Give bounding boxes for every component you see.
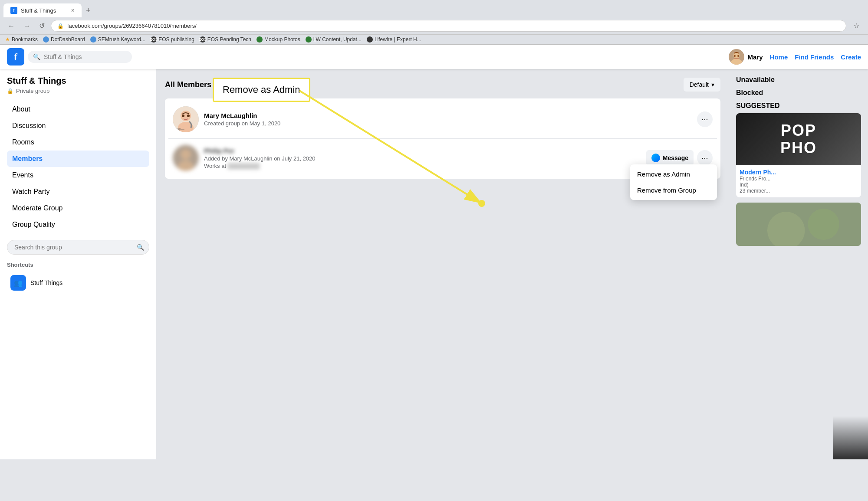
search-bar[interactable]: 🔍: [28, 51, 132, 63]
sidebar-item-rooms[interactable]: Rooms: [7, 134, 149, 151]
active-tab[interactable]: f Stuff & Things ×: [3, 3, 82, 17]
suggested-group[interactable]: POP PHO Modern Ph... Friends Fro...Ind)2…: [736, 113, 861, 197]
bookmarks-label[interactable]: ★ Bookmarks: [5, 36, 38, 43]
more-options-button-philip[interactable]: ···: [697, 150, 713, 166]
create-link[interactable]: Create: [841, 53, 861, 61]
tab-title: Stuff & Things: [21, 7, 56, 14]
svg-point-9: [182, 115, 184, 117]
facebook-logo: f: [7, 48, 24, 65]
bookmark-eos-pending[interactable]: EOS EOS Pending Tech: [200, 36, 251, 43]
forward-button[interactable]: →: [21, 20, 33, 32]
avatar: [729, 49, 744, 65]
member-name-philip: Philip Por: [204, 147, 234, 154]
suggested-section: SUGGESTED POP PHO Modern Ph... Friends F…: [736, 102, 861, 246]
svg-text:Yup—: Yup—: [175, 127, 184, 131]
shortcuts-title: Shortcuts: [7, 262, 149, 268]
messenger-icon: [651, 154, 660, 162]
dropdown-menu: Remove as Admin Remove from Group: [630, 164, 717, 200]
tab-favicon: f: [10, 7, 17, 14]
bookmark-mockup-photos[interactable]: Mockup Photos: [256, 36, 300, 43]
member-actions-philip: Message ···: [646, 150, 713, 166]
unavailable-title: Unavailable: [736, 76, 861, 84]
member-info-mary: Mary McLaughlin Created group on May 1, …: [204, 112, 692, 127]
search-icon: 🔍: [137, 244, 144, 251]
suggested-group-meta: Friends Fro...Ind)23 member...: [740, 176, 858, 194]
user-profile[interactable]: Mary: [729, 49, 763, 65]
blocked-section: Blocked: [736, 89, 861, 97]
search-input[interactable]: [44, 53, 127, 60]
main-layout: Stuff & Things 🔒 Private group About Dis…: [0, 69, 868, 459]
shortcuts-section: Shortcuts 👥 Stuff Things: [7, 262, 149, 294]
bookmark-bar: ★ Bookmarks DotDashBoard SEMrush Keyword…: [0, 34, 868, 44]
shortcut-stuff-things[interactable]: 👥 Stuff Things: [7, 272, 149, 294]
shortcut-label: Stuff Things: [30, 279, 62, 286]
lock-icon: 🔒: [57, 23, 64, 29]
right-sidebar: Unavailable Blocked SUGGESTED POP PHO Mo…: [729, 69, 868, 459]
address-bar: ← → ↺ 🔒 facebook.com/groups/269236640781…: [0, 17, 868, 34]
tab-close-button[interactable]: ×: [71, 7, 75, 14]
url-bar[interactable]: 🔒 facebook.com/groups/269236640781010/me…: [51, 20, 846, 32]
refresh-button[interactable]: ↺: [36, 20, 47, 32]
svg-point-4: [737, 55, 739, 57]
blocked-title: Blocked: [736, 89, 861, 97]
member-info-philip: Philip Por Added by Mary McLaughlin on J…: [204, 147, 641, 169]
facebook-header: f 🔍 Mary Home Find Friends Create: [0, 45, 868, 69]
sidebar-item-group-quality[interactable]: Group Quality: [7, 216, 149, 233]
new-tab-button[interactable]: +: [82, 4, 94, 17]
sidebar-search[interactable]: 🔍: [7, 240, 149, 255]
member-actions-mary: ···: [697, 111, 713, 127]
sidebar-item-members[interactable]: Members: [7, 151, 149, 167]
member-row: Yup— Mary McLaughlin Created group on Ma…: [168, 102, 717, 137]
search-icon: 🔍: [33, 53, 40, 60]
left-sidebar: Stuff & Things 🔒 Private group About Dis…: [0, 69, 156, 459]
message-button[interactable]: Message: [646, 150, 694, 166]
suggested-group-name: Modern Ph...: [740, 169, 858, 176]
svg-point-3: [734, 55, 736, 57]
group-type: 🔒 Private group: [7, 88, 149, 94]
svg-rect-5: [734, 58, 739, 59]
members-list: Yup— Mary McLaughlin Created group on Ma…: [165, 98, 720, 179]
member-divider: [168, 138, 717, 139]
bookmark-lifewire[interactable]: Lifewire | Expert H...: [367, 36, 421, 43]
url-text: facebook.com/groups/269236640781010/memb…: [67, 23, 197, 29]
sidebar-item-watch-party[interactable]: Watch Party: [7, 183, 149, 200]
member-name-mary: Mary McLaughlin: [204, 112, 692, 119]
lock-icon: 🔒: [7, 88, 13, 94]
suggested-group-image: POP PHO: [736, 113, 861, 165]
default-sort-button[interactable]: Default ▾: [684, 78, 720, 92]
main-content: All Members Default ▾: [156, 69, 729, 459]
sidebar-item-discussion[interactable]: Discussion: [7, 118, 149, 134]
dropdown-item-remove-group[interactable]: Remove from Group: [630, 182, 717, 198]
sidebar-item-about[interactable]: About: [7, 101, 149, 118]
shortcut-icon: 👥: [10, 275, 26, 291]
sidebar-item-moderate-group[interactable]: Moderate Group: [7, 200, 149, 216]
bookmark-star-button[interactable]: ☆: [850, 20, 863, 32]
bookmark-semrush[interactable]: SEMrush Keyword...: [90, 36, 145, 43]
username: Mary: [748, 53, 763, 61]
bookmark-dotdashboard[interactable]: DotDashBoard: [43, 36, 85, 43]
members-title: All Members: [165, 80, 211, 89]
member-meta-mary: Created group on May 1, 2020: [204, 120, 692, 127]
member-row-philip: Philip Por Added by Mary McLaughlin on J…: [168, 141, 717, 175]
member-avatar-mary: Yup—: [173, 106, 199, 132]
home-link[interactable]: Home: [770, 53, 788, 61]
suggested-group-image-2: [736, 203, 861, 246]
tab-bar: f Stuff & Things × +: [0, 0, 868, 17]
search-group-input[interactable]: [7, 240, 149, 255]
dropdown-item-remove-admin[interactable]: Remove as Admin: [630, 166, 717, 182]
members-header: All Members Default ▾: [165, 78, 720, 92]
bookmark-eos-publishing[interactable]: EOS EOS publishing: [151, 36, 194, 43]
browser-chrome: f Stuff & Things × + ← → ↺ 🔒 facebook.co…: [0, 0, 868, 45]
sidebar-item-events[interactable]: Events: [7, 167, 149, 183]
suggested-title: SUGGESTED: [736, 102, 861, 110]
svg-point-13: [181, 149, 191, 160]
member-meta-philip-works: Works at ▒▒▒▒▒▒▒▒: [204, 163, 641, 169]
back-button[interactable]: ←: [5, 20, 17, 32]
find-friends-link[interactable]: Find Friends: [795, 53, 834, 61]
svg-point-20: [808, 209, 839, 240]
suggested-group-2[interactable]: [736, 203, 861, 246]
member-meta-philip-added: Added by Mary McLaughlin on July 21, 202…: [204, 155, 641, 162]
bookmark-lw-content[interactable]: LW Content, Updat...: [306, 36, 362, 43]
more-options-button-mary[interactable]: ···: [697, 111, 713, 127]
sidebar-navigation: About Discussion Rooms Members Events Wa…: [7, 101, 149, 233]
